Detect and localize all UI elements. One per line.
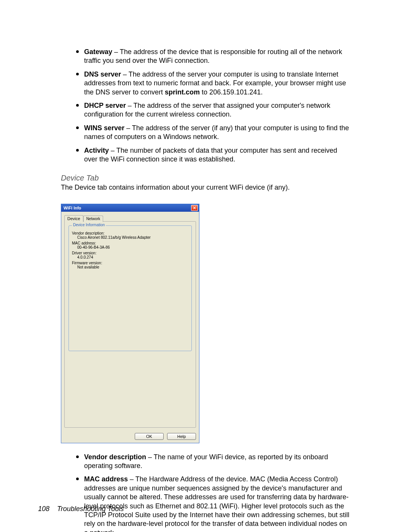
bullet-icon [76, 478, 79, 480]
ok-button[interactable]: OK [135, 433, 164, 440]
vendor-label: Vendor description: [72, 231, 188, 235]
page-number: 108 [38, 505, 49, 513]
bullet-icon [76, 126, 79, 129]
dialog-button-row: OK Help [61, 431, 199, 443]
firmware-label: Firmware version: [72, 261, 188, 265]
desc: The Hardware Address of the device. MAC … [84, 475, 349, 532]
page-footer: 108 Troubleshooting Tools [38, 505, 124, 513]
bullet-icon [76, 50, 79, 53]
term: WINS server [84, 124, 124, 132]
term: DHCP server [84, 102, 126, 109]
bullet-dhcp: DHCP server – The address of the server … [76, 101, 350, 119]
mac-value: 00-40-96-B4-3A-86 [77, 245, 188, 249]
tab-network[interactable]: Network [83, 216, 104, 222]
term: Vendor description [84, 453, 146, 461]
term: MAC address [84, 475, 128, 483]
section-heading: Device Tab [61, 174, 350, 182]
bullet-list-bottom: Vendor description – The name of your Wi… [76, 453, 350, 532]
sep: – [112, 48, 120, 56]
close-icon[interactable] [191, 205, 198, 211]
bullet-list-top: Gateway – The address of the device that… [76, 48, 350, 164]
sep: – [109, 147, 116, 154]
sep: – [121, 70, 129, 78]
desc: The number of packets of data that your … [84, 147, 337, 163]
term: Activity [84, 147, 109, 154]
tab-strip: Device Network [64, 215, 196, 221]
bullet-icon [76, 104, 79, 107]
window-title: WiFi Info [64, 206, 191, 210]
help-button[interactable]: Help [167, 433, 196, 440]
bullet-mac-address: MAC address – The Hardware Address of th… [76, 475, 350, 532]
mac-label: MAC address: [72, 241, 188, 245]
driver-value: 4.0.0.274 [77, 255, 188, 259]
term: DNS server [84, 70, 121, 78]
titlebar: WiFi Info [61, 204, 199, 212]
device-information-group: Device Information Vendor description: C… [68, 225, 192, 351]
wifi-info-window: WiFi Info Device Network Device Informat… [61, 204, 199, 443]
bullet-vendor-description: Vendor description – The name of your Wi… [76, 453, 350, 471]
sep: – [146, 453, 154, 461]
vendor-value: Cisco Aironet 802.11a/b/g Wireless Adapt… [77, 235, 188, 240]
term: Gateway [84, 48, 112, 56]
desc-after: to 206.159.101.241. [200, 88, 263, 96]
bullet-wins: WINS server – The address of the server … [76, 124, 350, 142]
sep: – [124, 124, 132, 132]
footer-title: Troubleshooting Tools [57, 505, 124, 513]
inline-bold: sprint.com [165, 88, 200, 96]
bullet-icon [76, 73, 79, 75]
tab-device[interactable]: Device [64, 215, 83, 222]
group-legend: Device Information [72, 223, 106, 227]
sep: – [128, 475, 135, 483]
section-intro: The Device tab contains information abou… [61, 183, 350, 192]
bullet-icon [76, 149, 79, 152]
firmware-value: Not available [77, 265, 188, 269]
bullet-gateway: Gateway – The address of the device that… [76, 48, 350, 66]
bullet-icon [76, 455, 79, 458]
driver-label: Driver version: [72, 251, 188, 255]
bullet-dns: DNS server – The address of the server y… [76, 70, 350, 97]
desc: The address of the device that is respon… [84, 48, 342, 64]
sep: – [126, 102, 134, 109]
tab-panel-device: Device Information Vendor description: C… [64, 221, 196, 428]
bullet-activity: Activity – The number of packets of data… [76, 146, 350, 164]
